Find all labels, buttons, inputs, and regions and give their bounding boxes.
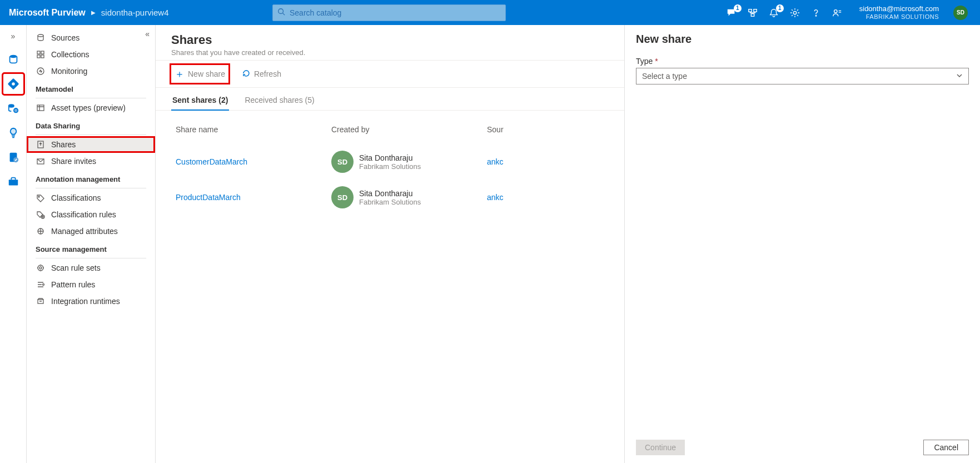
rail-item-data-map[interactable] <box>3 74 23 94</box>
panel-header: New share <box>625 25 980 53</box>
svg-rect-22 <box>37 105 44 111</box>
svg-rect-4 <box>751 13 754 16</box>
user-block[interactable]: sidontha@microsoft.com FABRIKAM SOLUTION… <box>853 4 943 21</box>
svg-point-28 <box>39 267 42 269</box>
nav-item-collections[interactable]: Collections <box>27 46 155 63</box>
header-brand: Microsoft Purview ▶ sidontha-purview4 <box>0 8 178 18</box>
svg-rect-3 <box>754 9 757 12</box>
nav-label: Managed attributes <box>51 227 118 236</box>
nav-item-pattern-rules[interactable]: Pattern rules <box>27 276 155 293</box>
source-link[interactable]: ankc <box>487 193 504 202</box>
monitoring-icon <box>36 67 46 76</box>
svg-point-27 <box>38 265 43 271</box>
nav-item-monitoring[interactable]: Monitoring <box>27 63 155 79</box>
tab-sent-shares[interactable]: Sent shares (2) <box>171 92 229 110</box>
collections-icon <box>36 50 46 59</box>
feedback-icon[interactable]: 1 <box>726 7 737 18</box>
share-link[interactable]: ProductDataMarch <box>176 193 241 202</box>
nav-label: Integration runtimes <box>51 297 120 306</box>
svg-rect-2 <box>749 9 752 12</box>
tab-received-shares[interactable]: Received shares (5) <box>243 92 315 110</box>
svg-rect-20 <box>41 55 44 58</box>
svg-point-7 <box>834 9 837 12</box>
nav-item-managed-attributes[interactable]: Managed attributes <box>27 223 155 240</box>
header-actions: 1 1 sidontha@microsoft.com FABRIKAM SOLU… <box>726 4 980 21</box>
share-link[interactable]: CustomerDataMarch <box>176 157 247 166</box>
help-icon[interactable] <box>810 7 822 18</box>
nav-group-annotation: Annotation management <box>27 170 155 187</box>
refresh-button[interactable]: Refresh <box>238 67 285 82</box>
account-name[interactable]: sidontha-purview4 <box>101 8 169 17</box>
svg-point-8 <box>9 55 17 58</box>
main-content: Shares Shares that you have created or r… <box>156 25 980 463</box>
cancel-button[interactable]: Cancel <box>923 440 969 455</box>
patternrules-icon <box>36 280 46 289</box>
rail-item-data-estate[interactable] <box>3 98 23 118</box>
nav-label: Shares <box>51 140 76 149</box>
nav-label: Collections <box>51 50 89 59</box>
nav-label: Classifications <box>51 193 101 202</box>
type-select[interactable]: Select a type <box>636 68 969 84</box>
nav-item-classifications[interactable]: Classifications <box>27 190 155 206</box>
nav-item-classification-rules[interactable]: Classification rules <box>27 206 155 223</box>
nav-label: Pattern rules <box>51 280 95 289</box>
classifications-icon <box>36 193 46 202</box>
rail-expand-icon[interactable]: » <box>11 29 16 45</box>
type-field-label: Type * <box>636 57 969 66</box>
nav-group-datasharing: Data Sharing <box>27 116 155 133</box>
creator-name: Sita Dontharaju <box>359 153 421 162</box>
notifications-badge: 1 <box>776 4 784 12</box>
nav-collapse-icon[interactable]: « <box>145 29 150 38</box>
support-icon[interactable] <box>832 7 843 18</box>
rail-item-data-catalog[interactable] <box>3 49 23 69</box>
svg-line-1 <box>283 13 285 15</box>
col-share-name[interactable]: Share name <box>171 120 327 144</box>
new-share-button[interactable]: ＋ New share <box>171 65 228 83</box>
user-avatar[interactable]: SD <box>953 6 968 20</box>
directory-icon[interactable] <box>747 7 758 18</box>
secondary-nav: « Sources Collections Monitoring Metamod… <box>27 25 156 463</box>
panel-title: New share <box>636 33 969 46</box>
search-icon <box>277 8 285 18</box>
nav-item-asset-types[interactable]: Asset types (preview) <box>27 99 155 116</box>
rail-item-insights[interactable] <box>3 123 23 143</box>
scanrules-icon <box>36 263 46 272</box>
required-asterisk: * <box>655 57 658 66</box>
plus-icon: ＋ <box>175 67 185 81</box>
nav-label: Sources <box>51 33 79 42</box>
nav-label: Monitoring <box>51 67 87 76</box>
svg-point-10 <box>12 82 15 86</box>
left-icon-rail: » <box>0 25 27 463</box>
notifications-icon[interactable]: 1 <box>768 7 779 18</box>
shares-icon <box>36 140 46 149</box>
top-header: Microsoft Purview ▶ sidontha-purview4 1 … <box>0 0 980 25</box>
continue-button[interactable]: Continue <box>636 440 685 455</box>
search-input[interactable] <box>290 8 501 17</box>
creator-name: Sita Dontharaju <box>359 189 421 198</box>
search-box[interactable] <box>272 4 506 21</box>
nav-item-shares[interactable]: Shares <box>27 136 155 153</box>
svg-point-12 <box>13 108 17 112</box>
nav-item-integration-runtimes[interactable]: Integration runtimes <box>27 293 155 310</box>
nav-item-scan-rule-sets[interactable]: Scan rule sets <box>27 260 155 276</box>
new-share-panel: New share Type * Select a type Continue … <box>624 25 980 463</box>
col-created-by[interactable]: Created by <box>327 120 482 144</box>
refresh-icon <box>242 69 251 79</box>
creator-cell: SD Sita Dontharaju Fabrikam Solutions <box>331 186 478 208</box>
svg-point-11 <box>8 104 13 107</box>
settings-icon[interactable] <box>789 7 800 18</box>
svg-point-6 <box>815 15 816 16</box>
source-link[interactable]: ankc <box>487 157 504 166</box>
feedback-badge: 1 <box>734 4 742 12</box>
nav-item-sources[interactable]: Sources <box>27 29 155 46</box>
svg-point-16 <box>38 34 43 37</box>
creator-avatar: SD <box>331 151 354 173</box>
new-share-label: New share <box>188 69 225 78</box>
nav-label: Asset types (preview) <box>51 103 126 112</box>
svg-point-0 <box>278 8 283 13</box>
svg-point-5 <box>793 11 796 14</box>
creator-cell: SD Sita Dontharaju Fabrikam Solutions <box>331 151 478 173</box>
rail-item-management[interactable] <box>3 172 23 192</box>
rail-item-policy[interactable] <box>3 147 23 167</box>
nav-item-share-invites[interactable]: Share invites <box>27 153 155 170</box>
